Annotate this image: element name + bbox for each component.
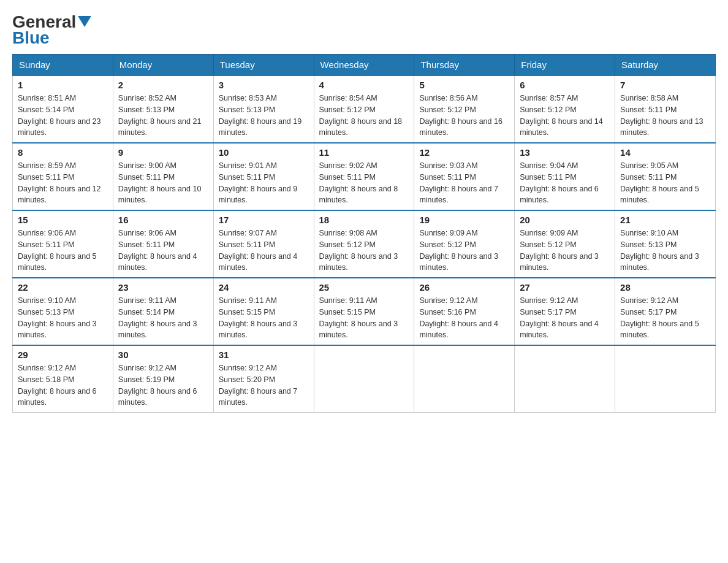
calendar-cell: 17 Sunrise: 9:07 AM Sunset: 5:11 PM Dayl…	[213, 210, 314, 278]
calendar-cell: 29 Sunrise: 9:12 AM Sunset: 5:18 PM Dayl…	[13, 345, 113, 413]
calendar-header-friday: Friday	[515, 55, 615, 76]
calendar-cell: 22 Sunrise: 9:10 AM Sunset: 5:13 PM Dayl…	[13, 278, 113, 345]
day-info: Sunrise: 8:59 AM Sunset: 5:11 PM Dayligh…	[18, 160, 108, 206]
calendar-header-wednesday: Wednesday	[314, 55, 414, 76]
day-info: Sunrise: 9:06 AM Sunset: 5:11 PM Dayligh…	[118, 228, 208, 274]
day-number: 29	[18, 350, 108, 360]
page-header: General Blue	[12, 12, 716, 48]
day-info: Sunrise: 9:10 AM Sunset: 5:13 PM Dayligh…	[18, 295, 108, 341]
calendar-cell: 28 Sunrise: 9:12 AM Sunset: 5:17 PM Dayl…	[615, 278, 716, 345]
calendar-cell: 6 Sunrise: 8:57 AM Sunset: 5:12 PM Dayli…	[515, 75, 615, 143]
calendar-cell	[515, 345, 615, 413]
day-number: 2	[118, 80, 208, 90]
logo-triangle-icon	[78, 16, 91, 27]
day-info: Sunrise: 8:57 AM Sunset: 5:12 PM Dayligh…	[520, 93, 610, 139]
calendar-cell: 25 Sunrise: 9:11 AM Sunset: 5:15 PM Dayl…	[314, 278, 414, 345]
day-number: 5	[419, 80, 509, 90]
calendar-cell: 5 Sunrise: 8:56 AM Sunset: 5:12 PM Dayli…	[414, 75, 515, 143]
calendar-cell: 1 Sunrise: 8:51 AM Sunset: 5:14 PM Dayli…	[13, 75, 113, 143]
calendar-cell: 31 Sunrise: 9:12 AM Sunset: 5:20 PM Dayl…	[213, 345, 314, 413]
day-number: 17	[219, 215, 309, 225]
calendar-cell: 11 Sunrise: 9:02 AM Sunset: 5:11 PM Dayl…	[314, 143, 414, 210]
calendar-header-sunday: Sunday	[13, 55, 113, 76]
calendar-cell: 7 Sunrise: 8:58 AM Sunset: 5:11 PM Dayli…	[615, 75, 716, 143]
day-number: 8	[18, 147, 108, 158]
calendar-cell: 27 Sunrise: 9:12 AM Sunset: 5:17 PM Dayl…	[515, 278, 615, 345]
day-info: Sunrise: 9:10 AM Sunset: 5:13 PM Dayligh…	[620, 228, 710, 274]
calendar-cell	[314, 345, 414, 413]
day-number: 21	[620, 215, 710, 225]
calendar-cell: 4 Sunrise: 8:54 AM Sunset: 5:12 PM Dayli…	[314, 75, 414, 143]
day-number: 28	[620, 282, 710, 293]
calendar-cell: 9 Sunrise: 9:00 AM Sunset: 5:11 PM Dayli…	[113, 143, 213, 210]
calendar-cell: 13 Sunrise: 9:04 AM Sunset: 5:11 PM Dayl…	[515, 143, 615, 210]
day-info: Sunrise: 8:51 AM Sunset: 5:14 PM Dayligh…	[18, 93, 108, 139]
day-number: 1	[18, 80, 108, 90]
day-number: 14	[620, 147, 710, 158]
day-info: Sunrise: 9:11 AM Sunset: 5:15 PM Dayligh…	[219, 295, 309, 341]
calendar-week-row: 8 Sunrise: 8:59 AM Sunset: 5:11 PM Dayli…	[13, 143, 716, 210]
calendar-cell: 20 Sunrise: 9:09 AM Sunset: 5:12 PM Dayl…	[515, 210, 615, 278]
day-number: 24	[219, 282, 309, 293]
calendar-week-row: 15 Sunrise: 9:06 AM Sunset: 5:11 PM Dayl…	[13, 210, 716, 278]
calendar-table: SundayMondayTuesdayWednesdayThursdayFrid…	[12, 54, 716, 413]
calendar-week-row: 29 Sunrise: 9:12 AM Sunset: 5:18 PM Dayl…	[13, 345, 716, 413]
day-number: 25	[319, 282, 409, 293]
day-info: Sunrise: 9:05 AM Sunset: 5:11 PM Dayligh…	[620, 160, 710, 206]
day-number: 19	[419, 215, 509, 225]
calendar-cell: 18 Sunrise: 9:08 AM Sunset: 5:12 PM Dayl…	[314, 210, 414, 278]
day-info: Sunrise: 8:58 AM Sunset: 5:11 PM Dayligh…	[620, 93, 710, 139]
day-number: 13	[520, 147, 610, 158]
calendar-cell: 2 Sunrise: 8:52 AM Sunset: 5:13 PM Dayli…	[113, 75, 213, 143]
day-number: 4	[319, 80, 409, 90]
calendar-cell: 12 Sunrise: 9:03 AM Sunset: 5:11 PM Dayl…	[414, 143, 515, 210]
day-info: Sunrise: 8:56 AM Sunset: 5:12 PM Dayligh…	[419, 93, 509, 139]
day-info: Sunrise: 9:12 AM Sunset: 5:16 PM Dayligh…	[419, 295, 509, 341]
day-info: Sunrise: 9:11 AM Sunset: 5:14 PM Dayligh…	[118, 295, 208, 341]
day-number: 6	[520, 80, 610, 90]
day-info: Sunrise: 9:09 AM Sunset: 5:12 PM Dayligh…	[520, 228, 610, 274]
day-number: 9	[118, 147, 208, 158]
calendar-header-saturday: Saturday	[615, 55, 716, 76]
day-info: Sunrise: 9:12 AM Sunset: 5:20 PM Dayligh…	[219, 362, 309, 408]
day-number: 18	[319, 215, 409, 225]
day-info: Sunrise: 9:12 AM Sunset: 5:17 PM Dayligh…	[620, 295, 710, 341]
day-number: 7	[620, 80, 710, 90]
calendar-cell: 26 Sunrise: 9:12 AM Sunset: 5:16 PM Dayl…	[414, 278, 515, 345]
calendar-cell: 3 Sunrise: 8:53 AM Sunset: 5:13 PM Dayli…	[213, 75, 314, 143]
day-info: Sunrise: 9:00 AM Sunset: 5:11 PM Dayligh…	[118, 160, 208, 206]
day-info: Sunrise: 9:06 AM Sunset: 5:11 PM Dayligh…	[18, 228, 108, 274]
day-info: Sunrise: 9:09 AM Sunset: 5:12 PM Dayligh…	[419, 228, 509, 274]
calendar-week-row: 1 Sunrise: 8:51 AM Sunset: 5:14 PM Dayli…	[13, 75, 716, 143]
day-info: Sunrise: 8:52 AM Sunset: 5:13 PM Dayligh…	[118, 93, 208, 139]
calendar-cell	[414, 345, 515, 413]
calendar-cell: 19 Sunrise: 9:09 AM Sunset: 5:12 PM Dayl…	[414, 210, 515, 278]
calendar-cell: 14 Sunrise: 9:05 AM Sunset: 5:11 PM Dayl…	[615, 143, 716, 210]
calendar-cell: 21 Sunrise: 9:10 AM Sunset: 5:13 PM Dayl…	[615, 210, 716, 278]
day-info: Sunrise: 9:12 AM Sunset: 5:18 PM Dayligh…	[18, 362, 108, 408]
day-number: 31	[219, 350, 309, 360]
day-info: Sunrise: 8:54 AM Sunset: 5:12 PM Dayligh…	[319, 93, 409, 139]
day-number: 22	[18, 282, 108, 293]
day-info: Sunrise: 9:04 AM Sunset: 5:11 PM Dayligh…	[520, 160, 610, 206]
calendar-header-tuesday: Tuesday	[213, 55, 314, 76]
calendar-cell: 8 Sunrise: 8:59 AM Sunset: 5:11 PM Dayli…	[13, 143, 113, 210]
day-info: Sunrise: 9:02 AM Sunset: 5:11 PM Dayligh…	[319, 160, 409, 206]
day-number: 20	[520, 215, 610, 225]
day-info: Sunrise: 8:53 AM Sunset: 5:13 PM Dayligh…	[219, 93, 309, 139]
calendar-header-row: SundayMondayTuesdayWednesdayThursdayFrid…	[13, 55, 716, 76]
calendar-cell: 10 Sunrise: 9:01 AM Sunset: 5:11 PM Dayl…	[213, 143, 314, 210]
day-number: 11	[319, 147, 409, 158]
logo: General Blue	[12, 12, 91, 48]
calendar-week-row: 22 Sunrise: 9:10 AM Sunset: 5:13 PM Dayl…	[13, 278, 716, 345]
day-number: 10	[219, 147, 309, 158]
day-number: 15	[18, 215, 108, 225]
day-info: Sunrise: 9:03 AM Sunset: 5:11 PM Dayligh…	[419, 160, 509, 206]
day-number: 26	[419, 282, 509, 293]
day-number: 30	[118, 350, 208, 360]
calendar-header-thursday: Thursday	[414, 55, 515, 76]
logo-blue: Blue	[12, 28, 50, 48]
svg-marker-0	[78, 16, 91, 27]
day-number: 3	[219, 80, 309, 90]
calendar-cell: 30 Sunrise: 9:12 AM Sunset: 5:19 PM Dayl…	[113, 345, 213, 413]
